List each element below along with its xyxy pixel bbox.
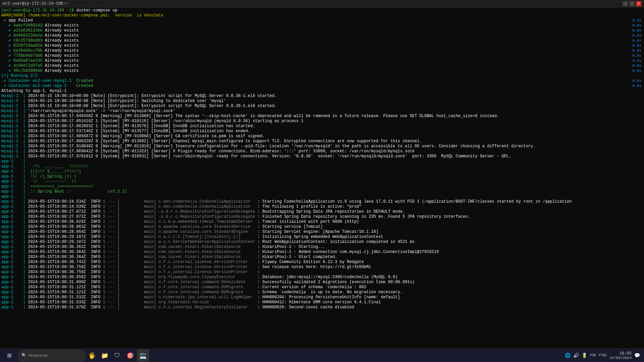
terminal-line: app-1 | 2024-05-15T19:00:31.121Z INFO 1 … bbox=[1, 290, 643, 295]
taskbar-dart-icon[interactable]: 🎯 bbox=[124, 350, 136, 362]
line-text: ✔ 6eb6a07aa7d5 Already exists bbox=[1, 58, 631, 63]
line-text: app-1 | 2024-05-15T19:00:30.364Z INFO 1 … bbox=[1, 255, 643, 260]
notifications-icon[interactable]: 💬 bbox=[634, 353, 640, 358]
line-text: ✔ 96c7b02006d6 Already exists bbox=[1, 68, 631, 73]
log-info: INFO bbox=[91, 229, 100, 234]
terminal-line: WARN[0000] /home/ec2-user/docker-compose… bbox=[1, 13, 643, 18]
minimize-button[interactable]: — bbox=[623, 1, 628, 6]
app-prefix: app-1 | bbox=[1, 209, 26, 214]
log-colon: : bbox=[257, 255, 260, 259]
log-info: INFO bbox=[91, 245, 100, 249]
line-timing: 0.0s bbox=[631, 53, 643, 58]
log-colon: : bbox=[257, 260, 260, 264]
terminal-line: app-1 | 2024-05-15T19:00:29.187Z INFO 1 … bbox=[1, 240, 643, 245]
log-msg: Starting CodechellaApplication v1.0 usin… bbox=[260, 199, 572, 204]
mysql-content: 2024-05-15 19:00:16+00:00 [Note] [Entryp… bbox=[26, 99, 226, 103]
line-text: app-1 | 2024-05-15T19:00:30.759Z INFO 1 … bbox=[1, 265, 643, 270]
line-text: app-1 | 2024-05-15T19:00:28.829Z INFO 1 … bbox=[1, 219, 643, 224]
terminal-line: app-1 | (()\\/ S_____.//\\//) bbox=[1, 169, 643, 174]
line-text: app-1 | 2024-05-15T19:00:29.187Z INFO 1 … bbox=[1, 240, 643, 245]
log-colon: : bbox=[257, 199, 260, 204]
log-colon: : bbox=[257, 295, 260, 300]
log-datetime: 2024-05-15T19:00:31.121Z bbox=[26, 285, 91, 290]
line-timing: 0.0s bbox=[631, 68, 643, 73]
log-msg: HikariPool-1 - Added connection com.mysq… bbox=[260, 250, 439, 254]
exists-check: ✔ bbox=[1, 23, 13, 28]
hash: 044b9313de2a bbox=[13, 33, 42, 38]
log-datetime: 2024-05-15T19:00:30.742Z bbox=[26, 260, 91, 264]
log-meta: 1 --- [ main] org.hibernate.Version bbox=[100, 300, 257, 305]
log-colon: : bbox=[257, 214, 260, 219]
line-timing: 0.0s bbox=[631, 38, 643, 43]
line-text: app-1 | 2024-05-15T19:00:31.670Z INFO 1 … bbox=[1, 305, 643, 310]
line-text: app-1 | (()\\/ S_____.//\\//) bbox=[1, 169, 643, 174]
log-info: INFO bbox=[91, 260, 100, 264]
hash: 0286f19aa81e bbox=[13, 43, 42, 48]
terminal-line: app-1 | bbox=[1, 194, 643, 199]
line-text: app-1 | 2024-05-15T19:00:31.533Z INFO 1 … bbox=[1, 300, 643, 305]
search-bar[interactable]: 🔍 Pesquisar bbox=[18, 350, 85, 362]
line-text: ✔ 778bb9eb7dd6 Already exists bbox=[1, 53, 631, 58]
log-meta: 1 --- [ main] o.f.c.internal.license.Ver… bbox=[100, 270, 257, 274]
hash: 4abcf2066143 bbox=[13, 23, 42, 28]
terminal-line: app-1 | 2024-05-15T19:00:24.539Z INFO 1 … bbox=[1, 204, 643, 209]
log-datetime: 2024-05-15T19:00:30.364Z bbox=[26, 255, 91, 259]
mysql-prefix: mysql-1 | bbox=[1, 94, 26, 98]
mysql-content: 2024-05-15T19:00:17.906328Z 0 [System] [… bbox=[26, 139, 422, 144]
log-datetime: 2024-05-15T19:00:31.098Z bbox=[26, 280, 91, 285]
log-msg: Initializing Spring embedded WebApplicat… bbox=[260, 235, 383, 239]
hash: be36d48cc76b bbox=[13, 48, 42, 53]
terminal-line: app-1 | 2024-05-15T19:00:28.829Z INFO 1 … bbox=[1, 219, 643, 224]
app-prefix: app-1 | bbox=[1, 285, 26, 290]
taskbar-right: 🌐 🔊 🔋 POR PTB2 16:05 15/05/2024 💬 bbox=[565, 351, 643, 360]
mysql-prefix: mysql-1 | bbox=[1, 154, 26, 159]
log-info: INFO bbox=[91, 204, 100, 209]
terminal-line: mysql-1 | 2024-05-15 19:00:16+00:00 [Not… bbox=[1, 99, 643, 104]
line-text: app-1 | bbox=[1, 159, 643, 164]
log-colon: : bbox=[257, 305, 260, 310]
log-colon: : bbox=[257, 209, 260, 214]
log-colon: : bbox=[257, 245, 260, 249]
exists-check: ✔ bbox=[1, 63, 13, 68]
spring-ascii: =========|_|=============/ bbox=[26, 184, 93, 189]
log-info: INFO bbox=[91, 270, 100, 274]
exists-text: Already exists bbox=[42, 38, 79, 43]
log-msg: Bootstrapping Spring Data JPA repositori… bbox=[260, 209, 405, 214]
close-button[interactable]: ✕ bbox=[636, 1, 641, 6]
log-meta: 1 --- [ main] w.s.c.ServletWebServerAppl… bbox=[100, 240, 257, 244]
mysql-prefix: mysql-1 | bbox=[1, 124, 26, 128]
clock: 16:05 15/05/2024 bbox=[609, 351, 632, 360]
taskbar-folder-icon[interactable]: 📁 bbox=[99, 350, 111, 362]
pulled-check: ✔ bbox=[1, 18, 9, 23]
taskbar-hand-icon[interactable]: 🖐 bbox=[86, 350, 98, 362]
taskbar-brave-icon[interactable]: 🛡 bbox=[111, 350, 123, 362]
start-button[interactable]: ⊞ bbox=[1, 350, 17, 362]
created-check: ✔ Container ec2-user-app-1 bbox=[1, 84, 76, 88]
log-info: INFO bbox=[91, 214, 100, 219]
terminal-line: app-1 | /\\ ___-____ \\\\\\\\ bbox=[1, 164, 643, 169]
terminal-line: app-1 | 2024-05-15T19:00:30.856Z INFO 1 … bbox=[1, 275, 643, 280]
line-text: app-1 | /\\ ___-____ \\\\\\\\ bbox=[1, 164, 643, 169]
taskbar-terminal-icon[interactable]: 💻 bbox=[137, 350, 149, 362]
log-datetime: 2024-05-15T19:00:28.863Z bbox=[26, 224, 91, 229]
title-bar: ec2-user@ip-172-31-24-190:~ — □ ✕ bbox=[0, 0, 644, 7]
maximize-button[interactable]: □ bbox=[629, 1, 635, 6]
terminal-line: ✔ c8c25709ed93 Already exists0.0s bbox=[1, 38, 643, 43]
app-prefix: app-1 | bbox=[1, 290, 26, 295]
app-prefix: app-1 | bbox=[1, 164, 26, 169]
line-text: mysql-1 | 2024-05-15T19:00:17.906328Z 0 … bbox=[1, 139, 643, 144]
app-prefix: app-1 | bbox=[1, 189, 26, 194]
log-datetime: 2024-05-15T19:00:31.533Z bbox=[26, 300, 91, 305]
search-label: Pesquisar bbox=[29, 354, 48, 358]
spring-ascii: /\\ ___-____ \\\\\\\\ bbox=[26, 164, 88, 169]
terminal-line: mysql-1 | 2024-05-15T19:00:17.537146Z 1 … bbox=[1, 129, 643, 134]
hand-emoji: 🖐 bbox=[88, 352, 96, 359]
line-timing: 0.0s bbox=[631, 84, 643, 89]
search-icon: 🔍 bbox=[21, 353, 27, 358]
line-text: ✔ 044b9313de2a Already exists bbox=[1, 33, 631, 38]
language-label: POR bbox=[590, 354, 596, 357]
line-text: app-1 | 2024-05-15T19:00:30.742Z INFO 1 … bbox=[1, 260, 643, 265]
terminal-line: ✔ 4c9b072d97a5 Already exists0.0s bbox=[1, 63, 643, 68]
line-text: app-1 | 2024-05-15T19:00:24.534Z INFO 1 … bbox=[1, 199, 643, 204]
terminal-line: ✔ 044b9313de2a Already exists0.0s bbox=[1, 33, 643, 38]
